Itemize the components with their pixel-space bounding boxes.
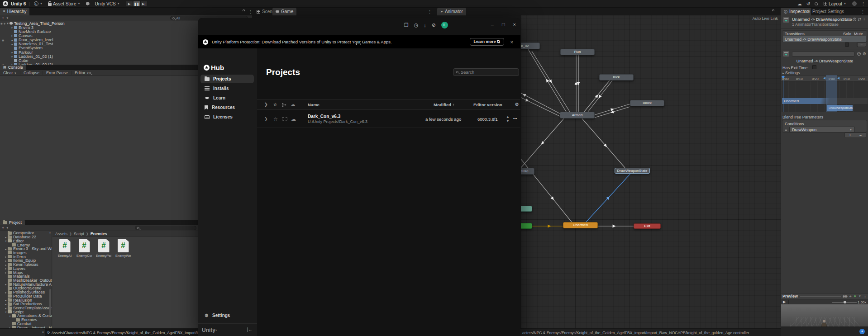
close-button[interactable]: × — [513, 22, 516, 27]
project-name[interactable]: Dark_Con_v6.3 — [308, 114, 340, 119]
project-tree-item[interactable]: ProBuilder Data — [0, 294, 52, 298]
console-error-pause-button[interactable]: Error Pause — [45, 71, 69, 75]
status-message[interactable]: ⟳ Assets/Characters/NPC & Enemys/Enemys/… — [45, 329, 198, 336]
script-asset[interactable]: #EnemyAI — [57, 239, 72, 258]
state-node-draw-weapon-state[interactable]: DrawWeaponState — [615, 168, 650, 174]
project-tree-item[interactable]: ▸InTerra — [0, 255, 52, 259]
condition-parameter-dropdown[interactable]: DrawWeapon▼ — [789, 127, 855, 133]
transition-row[interactable]: Unarmed -> DrawWeaponState — [783, 36, 866, 42]
settings-foldout[interactable]: ▸ Settings — [782, 71, 800, 75]
preview-play-button[interactable]: ▶ — [783, 300, 786, 304]
project-tree-item[interactable]: Combat — [0, 322, 52, 326]
project-tree-item[interactable]: ▸SceneTemplateAssets — [0, 306, 52, 310]
project-tree-item[interactable]: ▸Maps — [0, 270, 52, 274]
tab-project[interactable]: Project — [0, 220, 25, 225]
add-condition-button[interactable]: + — [845, 133, 855, 137]
play-button[interactable]: ▶ — [126, 1, 133, 7]
project-tree-item[interactable]: ▸Kevin Iglesias — [0, 263, 52, 267]
breadcrumb-assets[interactable]: Assets — [55, 232, 67, 236]
downloads-icon[interactable]: ↓ — [424, 23, 426, 28]
unity-vcs-menu[interactable]: Unity VCS▼ — [94, 0, 121, 7]
state-node-block[interactable]: Block — [630, 100, 664, 106]
transition-end-marker[interactable] — [837, 77, 839, 80]
sidebar-item-projects[interactable]: Projects — [200, 75, 254, 83]
activity-icon[interactable]: ◷ — [414, 22, 419, 28]
state-node-exit[interactable]: Exit — [634, 223, 661, 229]
col-modified[interactable]: Modified ↑ — [434, 102, 454, 107]
history-icon[interactable]: ↺ — [806, 1, 810, 6]
project-tree-item[interactable]: Images — [0, 251, 52, 255]
gear-icon[interactable]: ⚙ — [515, 102, 519, 107]
tab-project-settings[interactable]: ⚙Project Settings — [803, 8, 847, 15]
asset-store-menu[interactable]: Asset Store▼ — [47, 0, 82, 7]
maximize-button[interactable]: □ — [502, 22, 505, 27]
scroll-up-arrow[interactable]: ▲ — [49, 231, 51, 235]
project-tree-item[interactable]: OutdoorsScene — [0, 286, 52, 290]
star-icon[interactable]: ☆ — [273, 116, 278, 122]
state-node-unarmed-state[interactable]: UnarmedState — [520, 168, 534, 175]
notifications-off-icon[interactable]: ⊘ — [432, 22, 436, 28]
solo-checkbox[interactable] — [845, 43, 849, 47]
minimize-button[interactable]: – — [491, 22, 494, 27]
project-tree-item[interactable]: ▸Enviro 3 - Sky and Weath — [0, 247, 52, 251]
expand-icon[interactable]: ❯ — [264, 117, 268, 121]
breadcrumb-script[interactable]: Script — [74, 232, 84, 236]
link-icon[interactable] — [282, 117, 287, 121]
package-manager-button[interactable] — [85, 0, 91, 7]
remove-transition-button[interactable]: − — [857, 43, 866, 47]
tab-game[interactable]: Game — [272, 8, 296, 15]
console-editor-menu[interactable]: Editor ▼ — [73, 71, 91, 75]
remove-condition-button[interactable]: − — [855, 133, 866, 137]
search-icon[interactable] — [89, 72, 91, 74]
project-tree-item[interactable]: ▸Items_Equip — [0, 259, 52, 263]
account-menu[interactable]: L▼ — [33, 0, 44, 7]
speed-slider-handle[interactable] — [844, 301, 846, 303]
ik-toggle-icon[interactable]: 2D — [843, 294, 847, 298]
project-add-button[interactable]: + — [2, 226, 4, 230]
project-tree-item[interactable]: ▾Script — [0, 310, 52, 314]
state-node-armed[interactable]: Armed — [560, 112, 595, 118]
cloud-icon[interactable]: ☁ — [797, 1, 802, 6]
project-tree-item[interactable]: Materials — [0, 274, 52, 279]
col-name[interactable]: Name — [308, 102, 320, 107]
help-icon[interactable]: ? — [853, 18, 856, 21]
project-tree-item[interactable]: ▸PolishedSurfaces — [0, 290, 52, 294]
status-caret[interactable]: ▼ — [42, 331, 44, 334]
cloud-icon[interactable]: ☁ — [291, 116, 296, 122]
whats-new-icon[interactable]: ❐ — [404, 22, 409, 28]
learn-more-button[interactable]: Learn more ⧉ — [470, 38, 504, 46]
layout-dropdown[interactable]: Layout▼ — [822, 0, 848, 7]
add-caret[interactable]: ▼ — [6, 227, 9, 229]
pivot-icon[interactable]: ⌖ — [849, 294, 851, 299]
kebab-icon[interactable]: ⋮ — [862, 17, 866, 22]
avatar-icon[interactable]: ✦ — [854, 294, 857, 298]
breadcrumb-enemies[interactable]: Enemies — [91, 232, 107, 236]
state-node-run[interactable]: Run — [560, 49, 595, 55]
add-caret[interactable]: ▼ — [6, 17, 9, 19]
help-icon[interactable]: ? — [857, 52, 861, 56]
state-node-unarmed[interactable]: Unarmed — [563, 222, 598, 228]
project-tree-item[interactable]: ▸Layers — [0, 266, 52, 270]
state-node-any-state[interactable] — [520, 206, 532, 212]
kebab-icon[interactable]: ⋮ — [861, 9, 865, 14]
add-object-button[interactable]: + — [2, 16, 4, 20]
project-tree-item[interactable]: Compositor — [0, 231, 52, 235]
state-node-attack-02[interactable]: Attack_02 — [520, 43, 540, 49]
project-tree-item[interactable]: ▸Database 22 — [0, 235, 52, 239]
cloud-badge-icon[interactable]: ✦ — [859, 329, 865, 334]
project-tree-item[interactable]: ▾Animations & Commits — [0, 314, 52, 318]
collapse-sidebar-icon[interactable]: |← — [247, 327, 253, 332]
console-collapse-button[interactable]: Collapse — [22, 71, 41, 75]
script-asset[interactable]: #EnemyWea... — [115, 239, 131, 258]
tab-hierarchy[interactable]: ≡Hierarchy — [0, 8, 29, 15]
hub-search-input[interactable]: Search — [453, 68, 519, 76]
tree-scrollbar[interactable] — [49, 289, 51, 316]
kebab-icon[interactable]: ⋮ — [428, 9, 432, 14]
name-field[interactable] — [792, 52, 854, 57]
drag-handle-icon[interactable]: ≡ — [785, 128, 787, 132]
presets-icon[interactable]: ⇄ — [858, 17, 861, 22]
state-node-entry[interactable] — [520, 223, 532, 229]
version-stepper-icon[interactable]: ▲▼ — [506, 115, 510, 123]
project-tree-item[interactable]: Enemy — [0, 243, 52, 247]
search-icon[interactable] — [815, 2, 818, 5]
